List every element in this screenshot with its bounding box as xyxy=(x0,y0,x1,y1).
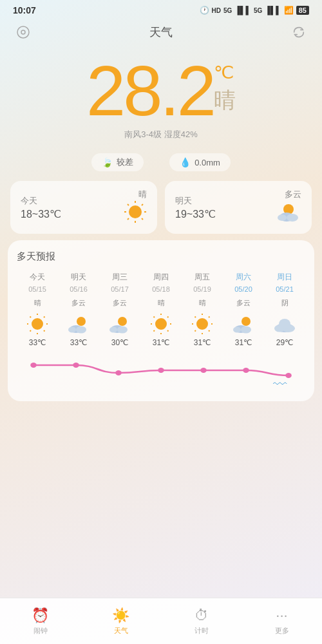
forecast-title: 多天预报 xyxy=(17,251,305,263)
temperature-value: 28.2 xyxy=(86,55,214,126)
svg-line-39 xyxy=(167,317,169,318)
temp-right-panel: ℃ 晴 xyxy=(214,55,236,115)
fc-day-0: 今天 xyxy=(30,272,45,283)
svg-line-40 xyxy=(154,330,155,332)
svg-line-48 xyxy=(209,317,210,318)
svg-point-53 xyxy=(233,327,241,333)
fc-icon-3 xyxy=(151,312,171,336)
fc-temp-1: 33℃ xyxy=(70,338,87,347)
svg-line-7 xyxy=(128,204,129,205)
svg-point-60 xyxy=(115,370,122,375)
today-right: 晴 xyxy=(124,189,147,226)
leaf-icon: 🍃 xyxy=(102,157,113,167)
nav-timer[interactable]: ⏱ 计时 xyxy=(161,602,242,641)
svg-point-58 xyxy=(30,363,37,368)
svg-line-22 xyxy=(44,317,45,318)
weather-main: 28.2 ℃ 晴 南风3-4级 湿度42% xyxy=(0,49,322,144)
location-button[interactable] xyxy=(13,22,33,43)
fc-date-3: 05/18 xyxy=(152,285,170,293)
clock-status-icon: 🕐 xyxy=(200,6,209,15)
fc-icon-5 xyxy=(232,312,255,336)
fc-temp-5: 31℃ xyxy=(235,338,252,347)
temperature-display: 28.2 ℃ 晴 xyxy=(13,55,309,126)
tomorrow-card-left: 明天 19~33℃ xyxy=(175,195,216,220)
nav-weather-label: 天气 xyxy=(114,626,128,636)
fc-day-2: 周三 xyxy=(112,272,128,283)
tomorrow-card: 明天 19~33℃ 多云 xyxy=(165,181,312,234)
forecast-card: 多天预报 今天05/15晴 33℃明天05/16多云 33℃周三05/17多云 xyxy=(8,240,314,401)
tomorrow-weather-label: 多云 xyxy=(276,189,301,200)
fc-icon-1 xyxy=(67,312,90,336)
fc-desc-6: 阴 xyxy=(281,296,289,310)
forecast-col-5: 周六05/20多云 31℃ xyxy=(223,272,264,347)
fc-date-1: 05/16 xyxy=(70,285,88,293)
fc-icon-2 xyxy=(108,312,131,336)
fc-desc-5: 多云 xyxy=(236,296,251,310)
battery-indicator: 85 xyxy=(296,6,309,15)
fc-icon-4 xyxy=(192,312,213,336)
nav-alarm-label: 闹钟 xyxy=(33,626,48,636)
fc-day-3: 周四 xyxy=(153,272,169,283)
today-label: 今天 xyxy=(21,195,61,207)
rain-item: 💧 0.0mm xyxy=(169,153,231,171)
fc-temp-4: 31℃ xyxy=(194,338,211,347)
svg-point-30 xyxy=(117,327,128,334)
svg-text:〰: 〰 xyxy=(273,378,287,390)
svg-line-49 xyxy=(195,330,196,332)
more-icon: ··· xyxy=(276,607,287,624)
rainfall-value: 0.0mm xyxy=(194,158,220,167)
fc-date-2: 05/17 xyxy=(111,285,129,293)
fc-desc-3: 晴 xyxy=(158,296,165,310)
wifi-icon: 📶 xyxy=(284,6,294,15)
fc-day-6: 周日 xyxy=(277,272,292,283)
nav-alarm[interactable]: ⏰ 闹钟 xyxy=(0,602,80,641)
forecast-grid: 今天05/15晴 33℃明天05/16多云 33℃周三05/17多云 30℃周 xyxy=(17,272,305,347)
fc-temp-3: 31℃ xyxy=(153,338,169,347)
weather-icon: ☀️ xyxy=(112,607,129,624)
fc-desc-0: 晴 xyxy=(34,296,41,310)
signal-5g2-icon: 5G xyxy=(254,7,262,14)
status-bar: 10:07 🕐 HD 5G ▐▌▌ 5G ▐▌▌ 📶 85 xyxy=(0,0,322,18)
aqi-value: 较差 xyxy=(117,156,133,168)
forecast-col-6: 周日05/21阴 29℃ xyxy=(264,272,305,347)
svg-point-13 xyxy=(287,214,298,222)
forecast-col-0: 今天05/15晴 33℃ xyxy=(17,272,58,347)
nav-more-label: 更多 xyxy=(275,626,289,636)
svg-point-0 xyxy=(17,26,29,38)
alarm-icon: ⏰ xyxy=(32,607,49,624)
today-temp: 18~33℃ xyxy=(21,208,61,220)
chart-svg: 〰 xyxy=(26,351,296,390)
forecast-col-4: 周五05/19晴 31℃ xyxy=(182,272,223,347)
droplet-icon: 💧 xyxy=(180,157,191,167)
svg-point-41 xyxy=(196,318,208,330)
svg-point-31 xyxy=(109,327,117,333)
fc-desc-1: 多云 xyxy=(71,296,86,310)
page-title: 天气 xyxy=(33,24,289,40)
fc-temp-0: 33℃ xyxy=(29,338,46,347)
svg-point-24 xyxy=(77,317,86,326)
fc-desc-4: 晴 xyxy=(199,296,206,310)
today-card-left: 今天 18~33℃ xyxy=(21,195,61,220)
svg-line-47 xyxy=(209,330,210,332)
forecast-col-3: 周四05/18晴 31℃ xyxy=(140,272,182,347)
aqi-item: 🍃 较差 xyxy=(91,153,144,171)
svg-point-57 xyxy=(279,319,290,329)
day-cards: 今天 18~33℃ 晴 明天 19~33℃ xyxy=(0,181,322,234)
nav-weather[interactable]: ☀️ 天气 xyxy=(80,602,161,641)
today-weather-label: 晴 xyxy=(124,189,147,200)
svg-line-8 xyxy=(142,218,143,220)
svg-point-63 xyxy=(243,368,249,373)
fc-temp-2: 30℃ xyxy=(111,338,128,347)
hd-icon: HD xyxy=(212,7,221,14)
svg-point-28 xyxy=(118,317,127,326)
nav-more[interactable]: ··· 更多 xyxy=(242,602,322,641)
fc-icon-0 xyxy=(27,312,48,336)
svg-point-14 xyxy=(278,214,287,221)
tomorrow-cloud-icon xyxy=(276,200,301,223)
svg-line-38 xyxy=(167,330,169,332)
forecast-col-2: 周三05/17多云 30℃ xyxy=(99,272,140,347)
svg-line-21 xyxy=(44,330,45,332)
refresh-button[interactable] xyxy=(289,22,309,43)
wind-humidity-info: 南风3-4级 湿度42% xyxy=(13,129,309,140)
svg-line-37 xyxy=(154,317,155,318)
